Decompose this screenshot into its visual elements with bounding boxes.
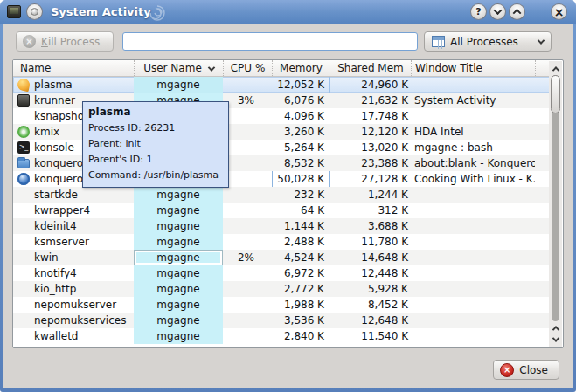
- process-table-icon: [432, 36, 445, 47]
- close-button[interactable]: × Close: [493, 360, 559, 380]
- decorative-swirl-icon: [147, 3, 168, 24]
- table-row[interactable]: nepomukservicesmgagne3,536 K12,648 K: [13, 313, 550, 328]
- cpu-cell: [223, 265, 272, 281]
- process-name: krunner: [34, 94, 75, 107]
- table-row[interactable]: kio_httpmgagne2,772 K5,928 K: [13, 281, 550, 297]
- window-title-cell: [411, 187, 535, 203]
- window-title-cell: Cooking With Linux - K...: [411, 171, 535, 187]
- shared-mem-cell: 17,748 K: [330, 108, 411, 124]
- cpu-cell: [223, 203, 272, 218]
- window-title-cell: [411, 234, 535, 250]
- process-name-cell: kwin: [13, 250, 134, 265]
- minimize-button[interactable]: [489, 3, 506, 20]
- shared-mem-cell: 5,928 K: [330, 281, 411, 297]
- scrollbar-thumb[interactable]: [551, 75, 560, 113]
- kmix-icon: [17, 126, 30, 138]
- app-icon: [7, 5, 21, 18]
- process-name: kwrapper4: [34, 204, 90, 217]
- help-button[interactable]: ?: [470, 3, 487, 20]
- kill-process-icon: ×: [23, 35, 36, 48]
- process-filter-combo[interactable]: All Processes: [424, 31, 552, 52]
- shared-mem-cell: 23,388 K: [330, 155, 411, 171]
- memory-cell: 6,076 K: [272, 93, 330, 108]
- chevron-down-icon: [552, 334, 559, 341]
- memory-cell: 2,840 K: [272, 328, 330, 344]
- help-icon: ?: [475, 7, 481, 17]
- shared-mem-cell: 12,448 K: [330, 265, 411, 281]
- window-menu-button[interactable]: [26, 3, 43, 20]
- close-window-button[interactable]: ×: [551, 3, 567, 20]
- kill-process-button[interactable]: × Kill Process: [16, 31, 114, 52]
- process-name-cell: kio_http: [13, 281, 134, 297]
- shared-mem-cell: 11,780 K: [330, 234, 411, 250]
- shared-mem-cell: 27,128 K: [330, 171, 411, 187]
- column-header-user-name[interactable]: User Name: [134, 60, 223, 76]
- process-name: kmix: [34, 126, 59, 138]
- window-title-cell: [411, 328, 535, 344]
- user-name-cell: mgagne: [134, 234, 223, 250]
- column-header-shared-mem[interactable]: Shared Mem: [330, 60, 411, 76]
- window-title-cell: [411, 77, 535, 93]
- tooltip-parent-id: Parent's ID: 1: [88, 152, 224, 168]
- window-title-cell: System Activity: [411, 93, 535, 108]
- memory-cell: 1,144 K: [272, 218, 330, 234]
- window-title-cell: about:blank - Konqueror: [411, 155, 535, 171]
- table-row[interactable]: nepomukservermgagne1,988 K8,452 K: [13, 297, 550, 313]
- plasma-icon: [17, 78, 31, 93]
- cpu-cell: [223, 328, 272, 344]
- close-icon: ×: [554, 6, 565, 18]
- filter-input[interactable]: [122, 32, 418, 51]
- scroll-up-button[interactable]: [549, 63, 562, 74]
- scrollbar-track[interactable]: [552, 75, 559, 321]
- close-button-icon: ×: [500, 363, 514, 377]
- column-header-window-title[interactable]: Window Title: [411, 60, 535, 76]
- cpu-cell: 2%: [223, 250, 272, 265]
- table-row[interactable]: kwrapper4mgagne64 K312 K: [13, 203, 550, 218]
- memory-cell: 6,972 K: [272, 265, 330, 281]
- table-row[interactable]: knotify4mgagne6,972 K12,448 K: [13, 265, 550, 281]
- titlebar[interactable]: System Activity ? ×: [0, 0, 576, 24]
- table-row[interactable]: kdeinit4mgagne1,144 K3,688 K: [13, 218, 550, 234]
- cpu-cell: 3%: [223, 93, 272, 108]
- window-title-cell: [411, 265, 535, 281]
- process-name: konqueror: [34, 173, 87, 185]
- table-row[interactable]: plasmamgagne12,052 K24,960 K: [13, 77, 550, 93]
- table-row[interactable]: kwalletdmgagne2,840 K11,540 K: [13, 328, 550, 344]
- window-title-cell: [411, 281, 535, 297]
- memory-cell: 1,988 K: [272, 297, 330, 313]
- close-button-label: Close: [519, 364, 548, 376]
- user-name-cell: mgagne: [134, 250, 223, 265]
- shared-mem-cell: 1,244 K: [330, 187, 411, 203]
- process-name: startkde: [34, 189, 78, 201]
- cpu-cell: [223, 297, 272, 313]
- process-name: nepomukserver: [34, 299, 116, 311]
- shared-mem-cell: 8,452 K: [330, 297, 411, 313]
- vertical-scrollbar[interactable]: [549, 61, 562, 347]
- process-name: ksnapshot: [34, 110, 88, 122]
- window-title-cell: [411, 218, 535, 234]
- process-tooltip: plasma Process ID: 26231 Parent: init Pa…: [82, 101, 229, 188]
- chevron-up-icon: [552, 326, 559, 333]
- memory-cell: 2,772 K: [272, 281, 330, 297]
- user-name-cell: mgagne: [134, 297, 223, 313]
- memory-cell: 12,052 K: [272, 77, 330, 93]
- maximize-button[interactable]: [509, 3, 525, 20]
- scroll-up-button-bottom[interactable]: [549, 322, 562, 334]
- column-header-spacer: [535, 60, 550, 76]
- shared-mem-cell: 12,648 K: [330, 313, 411, 328]
- table-row[interactable]: kwinmgagne2%4,524 K14,648 K: [13, 250, 550, 265]
- scroll-down-button[interactable]: [549, 334, 562, 345]
- shared-mem-cell: 11,540 K: [330, 328, 411, 344]
- process-name: kio_http: [34, 283, 76, 295]
- column-header-memory[interactable]: Memory: [272, 60, 330, 76]
- column-header-cpu[interactable]: CPU %: [223, 60, 272, 76]
- memory-cell: 50,028 K: [272, 171, 330, 187]
- column-header-name[interactable]: Name: [13, 60, 134, 76]
- table-row[interactable]: startkdemgagne232 K1,244 K: [13, 187, 550, 203]
- memory-cell: 232 K: [272, 187, 330, 203]
- memory-cell: 2,488 K: [272, 234, 330, 250]
- table-row[interactable]: ksmservermgagne2,488 K11,780 K: [13, 234, 550, 250]
- window-title-cell: [411, 250, 535, 265]
- window-title: System Activity: [51, 0, 151, 24]
- process-name-cell: startkde: [13, 187, 134, 203]
